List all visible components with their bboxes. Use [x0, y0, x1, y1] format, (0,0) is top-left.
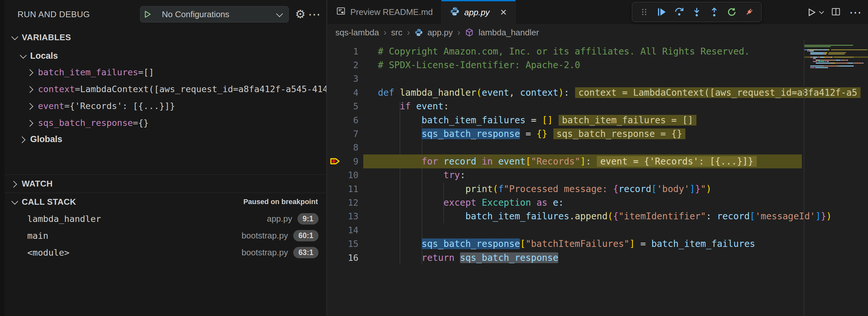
line-number[interactable]: 1 [328, 46, 363, 57]
variable-row-event[interactable]: event = {'Records': [{...}]} [4, 97, 326, 114]
line-number[interactable]: 4 [328, 88, 363, 98]
debug-toolbar [632, 2, 762, 22]
variable-value: LambdaContext([aws_request_id=a8fa412f-a… [80, 84, 326, 94]
symbol-cube-icon [465, 28, 474, 37]
code-line-3[interactable]: 3 [328, 72, 868, 86]
line-number[interactable]: 14 [328, 225, 363, 235]
stack-frame-row[interactable]: mainbootstrap.py60:1 [4, 227, 326, 244]
code-line-7[interactable]: 7 sqs_batch_response = {}sqs_batch_respo… [328, 127, 868, 140]
variable-row-batch_item_failures[interactable]: batch_item_failures = [] [4, 64, 326, 81]
gear-icon[interactable]: ⚙ [293, 7, 308, 22]
line-number[interactable]: 3 [328, 74, 363, 84]
code-editor[interactable]: 1# Copyright Amazon.com, Inc. or its aff… [328, 40, 868, 316]
line-number[interactable]: 8 [328, 143, 363, 153]
line-number[interactable]: 13 [328, 211, 363, 221]
equals: = [138, 67, 143, 77]
close-icon[interactable]: ✕ [500, 7, 507, 18]
scope-locals-row[interactable]: Locals [4, 48, 326, 64]
more-actions-icon[interactable]: ⋯ [308, 7, 322, 22]
chevron-right-icon [26, 120, 33, 127]
code-line-1[interactable]: 1# Copyright Amazon.com, Inc. or its aff… [328, 44, 868, 58]
code-line-11[interactable]: 11 print(f"Processed message: {record['b… [328, 182, 868, 196]
breadcrumb-item-folder[interactable]: src [391, 28, 403, 38]
section-divider [4, 175, 326, 175]
variable-value: {} [138, 118, 149, 128]
drag-handle-icon[interactable] [637, 4, 652, 20]
editor-title-actions: ⋯ [807, 0, 862, 24]
line-number[interactable]: 7 [328, 129, 363, 139]
disconnect-button[interactable] [742, 4, 757, 20]
code-line-5[interactable]: 5 if event: [328, 100, 868, 113]
line-number[interactable]: 5 [328, 101, 363, 111]
line-number[interactable]: 6 [328, 115, 363, 125]
launch-config-dropdown[interactable]: No Configurations [140, 6, 289, 22]
line-number[interactable]: 11 [328, 184, 363, 194]
code-text: print(f"Processed message: {record['body… [363, 184, 711, 194]
tab-preview-readme[interactable]: Preview README.md [328, 0, 441, 24]
line-number[interactable]: 10 [328, 170, 363, 180]
restart-button[interactable] [724, 4, 739, 20]
variable-row-sqs_batch_response[interactable]: sqs_batch_response = {} [4, 114, 326, 131]
code-line-14[interactable]: 14 [328, 223, 868, 237]
frame-position-badge: 60:1 [293, 230, 318, 242]
chevron-separator: › [457, 27, 460, 38]
variable-value: [] [143, 67, 154, 77]
code-line-2[interactable]: 2# SPDX-License-Identifier: Apache-2.0 [328, 58, 868, 72]
code-text: batch_item_failures = []batch_item_failu… [363, 115, 696, 126]
scope-globals-row[interactable]: Globals [4, 131, 326, 147]
python-icon [450, 6, 460, 19]
code-line-15[interactable]: 15 sqs_batch_response["batchItemFailures… [328, 237, 868, 250]
code-text: sqs_batch_response["batchItemFailures"] … [363, 239, 755, 249]
code-text: for record in event["Records"]:event = {… [363, 156, 757, 167]
continue-button[interactable] [654, 4, 669, 20]
breadcrumb-item-folder[interactable]: sqs-lambda [335, 28, 379, 38]
equals: = [64, 101, 69, 111]
code-line-9[interactable]: 9 for record in event["Records"]:event =… [328, 154, 868, 168]
breadcrumb-item-file[interactable]: app.py [428, 28, 453, 38]
sidebar-header: RUN AND DEBUG No Configurations ⚙ ⋯ [4, 0, 326, 29]
run-button[interactable] [807, 7, 823, 17]
frame-function: lambda_handler [27, 214, 101, 224]
step-into-button[interactable] [689, 4, 704, 20]
chevron-right-icon [26, 69, 33, 76]
stack-frame-row[interactable]: lambda_handlerapp.py9:1 [4, 210, 326, 227]
code-line-6[interactable]: 6 batch_item_failures = []batch_item_fai… [328, 113, 868, 127]
code-line-4[interactable]: 4def lambda_handler(event, context):cont… [328, 86, 868, 99]
code-line-12[interactable]: 12 except Exception as e: [328, 196, 868, 209]
line-number[interactable]: 16 [328, 253, 363, 263]
equals: = [133, 118, 138, 128]
step-over-button[interactable] [672, 4, 687, 20]
line-number[interactable]: 12 [328, 197, 363, 208]
start-debug-icon[interactable] [141, 7, 155, 22]
chevron-down-icon [20, 52, 27, 58]
frame-function: <module> [27, 248, 69, 258]
frame-function: main [27, 231, 48, 241]
split-editor-icon[interactable] [831, 7, 841, 18]
frame-position-badge: 9:1 [298, 213, 318, 224]
code-line-13[interactable]: 13 batch_item_failures.append({"itemIden… [328, 210, 868, 223]
variables-section-header[interactable]: VARIABLES [4, 30, 326, 45]
call-stack-section-header[interactable]: CALL STACK Paused on breakpoint [4, 193, 326, 210]
inline-debug-value: sqs_batch_response = {} [553, 128, 686, 139]
more-actions-icon[interactable]: ⋯ [849, 6, 862, 19]
code-line-10[interactable]: 10 try: [328, 168, 868, 182]
watch-section-label: WATCH [22, 179, 53, 189]
step-out-button[interactable] [707, 4, 722, 20]
section-divider [4, 193, 326, 193]
tab-app-py[interactable]: app.py ✕ [441, 0, 516, 25]
variable-row-context[interactable]: context = LambdaContext([aws_request_id=… [4, 81, 326, 97]
code-line-16[interactable]: 16 return sqs_batch_response [328, 251, 868, 264]
chevron-right-icon [19, 136, 25, 143]
minimap[interactable] [804, 44, 868, 68]
line-number[interactable]: 2 [328, 60, 363, 70]
code-line-8[interactable]: 8 [328, 141, 868, 154]
scope-locals-label: Locals [30, 51, 58, 61]
watch-section-header[interactable]: WATCH [4, 175, 326, 192]
stack-frame-row[interactable]: <module>bootstrap.py63:1 [4, 244, 326, 261]
chevron-right-icon [26, 103, 33, 110]
breadcrumb-item-symbol[interactable]: lambda_handler [478, 28, 539, 38]
markdown-preview-icon [336, 6, 346, 18]
current-line-breakpoint-icon[interactable] [330, 156, 341, 168]
minimap-line [804, 67, 868, 68]
line-number[interactable]: 15 [328, 239, 363, 249]
